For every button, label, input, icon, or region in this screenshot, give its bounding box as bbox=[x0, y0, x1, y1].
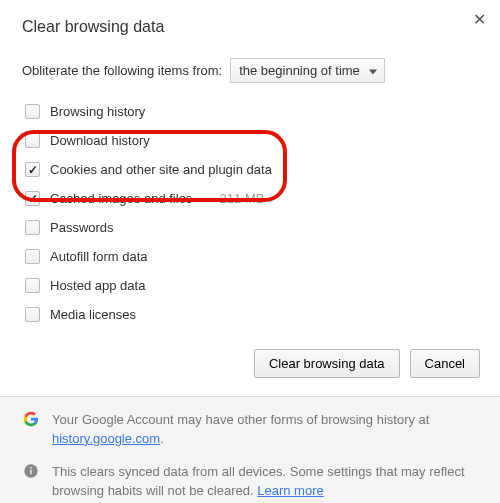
history-link[interactable]: history.google.com bbox=[52, 431, 160, 446]
close-icon[interactable]: ✕ bbox=[473, 10, 486, 29]
info-icon bbox=[22, 463, 40, 479]
checkbox[interactable] bbox=[25, 278, 40, 293]
sync-note: This clears synced data from all devices… bbox=[52, 463, 478, 501]
dialog-title: Clear browsing data bbox=[22, 18, 478, 36]
option-label: Download history bbox=[50, 133, 150, 148]
option-label: Autofill form data bbox=[50, 249, 148, 264]
account-note: Your Google Account may have other forms… bbox=[52, 411, 478, 449]
cancel-button[interactable]: Cancel bbox=[410, 349, 480, 378]
dropdown-selected: the beginning of time bbox=[239, 63, 360, 78]
option-row: Cached images and files – 211 MB bbox=[22, 184, 478, 213]
option-label: Cookies and other site and plugin data bbox=[50, 162, 272, 177]
option-row: Media licenses bbox=[22, 300, 478, 329]
clear-browsing-dialog: ✕ Clear browsing data Obliterate the fol… bbox=[0, 0, 500, 329]
option-label: Cached images and files bbox=[50, 191, 192, 206]
option-row: Browsing history bbox=[22, 97, 478, 126]
time-range-dropdown[interactable]: the beginning of time bbox=[230, 58, 385, 83]
svg-rect-1 bbox=[30, 469, 31, 474]
checkbox[interactable] bbox=[25, 307, 40, 322]
option-label: Media licenses bbox=[50, 307, 136, 322]
option-row: Download history bbox=[22, 126, 478, 155]
checkbox[interactable] bbox=[25, 191, 40, 206]
option-detail: 211 MB bbox=[220, 191, 265, 206]
time-range-row: Obliterate the following items from: the… bbox=[22, 58, 478, 83]
footer: Your Google Account may have other forms… bbox=[0, 396, 500, 503]
svg-rect-2 bbox=[30, 467, 31, 468]
checkbox[interactable] bbox=[25, 104, 40, 119]
option-label: Hosted app data bbox=[50, 278, 145, 293]
button-row: Clear browsing data Cancel bbox=[0, 341, 500, 396]
option-label: Browsing history bbox=[50, 104, 145, 119]
option-row: Hosted app data bbox=[22, 271, 478, 300]
option-row: Cookies and other site and plugin data bbox=[22, 155, 478, 184]
checkbox[interactable] bbox=[25, 162, 40, 177]
clear-data-button[interactable]: Clear browsing data bbox=[254, 349, 400, 378]
checkbox[interactable] bbox=[25, 220, 40, 235]
option-list: Browsing historyDownload historyCookies … bbox=[22, 97, 478, 329]
checkbox[interactable] bbox=[25, 249, 40, 264]
option-row: Autofill form data bbox=[22, 242, 478, 271]
checkbox[interactable] bbox=[25, 133, 40, 148]
learn-more-link[interactable]: Learn more bbox=[257, 483, 323, 498]
google-icon bbox=[22, 411, 40, 427]
from-label: Obliterate the following items from: bbox=[22, 63, 222, 78]
option-row: Passwords bbox=[22, 213, 478, 242]
option-label: Passwords bbox=[50, 220, 114, 235]
